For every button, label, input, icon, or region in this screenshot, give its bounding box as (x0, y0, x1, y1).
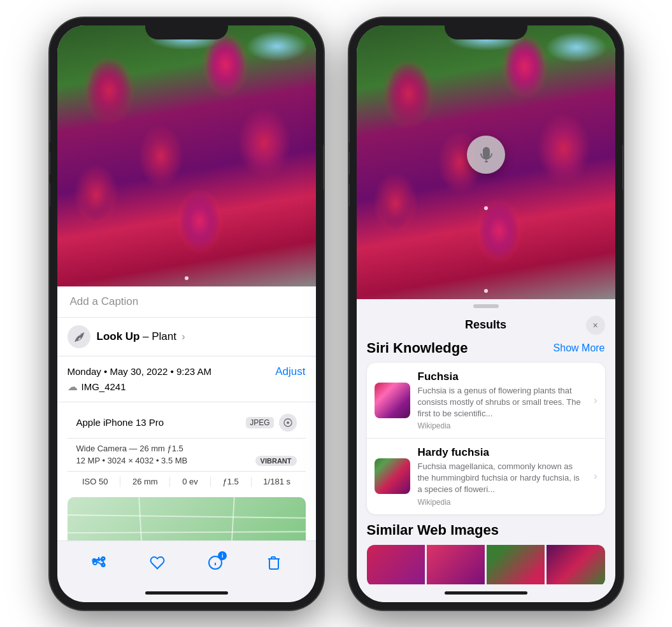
info-section: Look Up – Plant › Monday • May 30, 2022 … (57, 318, 316, 540)
left-phone: Add a Caption Look Up – Plant › (50, 18, 324, 610)
fuchsia-thumbnail (375, 383, 410, 418)
scroll-dot-right (484, 289, 488, 293)
caption-placeholder[interactable]: Add a Caption (70, 295, 139, 307)
adjust-button[interactable]: Adjust (275, 365, 305, 378)
flower-background (57, 25, 316, 286)
siri-knowledge-title: Siri Knowledge (367, 340, 468, 356)
meta-section: Monday • May 30, 2022 • 9:23 AM Adjust ☁… (57, 356, 316, 402)
hardy-source: Wikipedia (418, 498, 587, 507)
info-badge: i (218, 551, 227, 560)
fuchsia-desc: Fuchsia is a genus of flowering plants t… (418, 385, 587, 420)
hardy-thumbnail (375, 458, 410, 494)
svg-point-1 (287, 421, 289, 424)
fuchsia-info: Fuchsia Fuchsia is a genus of flowering … (418, 370, 587, 431)
cloud-icon: ☁ (68, 381, 78, 393)
results-header: Results × (357, 311, 615, 340)
svg-point-10 (102, 557, 105, 560)
siri-knowledge-header: Siri Knowledge Show More (367, 340, 605, 356)
svg-line-3 (68, 532, 306, 533)
results-title: Results (386, 318, 586, 332)
format-badge: JPEG (246, 417, 273, 428)
notch-right (445, 18, 527, 39)
info-button[interactable]: i (201, 549, 229, 577)
exif-focal: 26 mm (132, 477, 158, 486)
right-phone: Results × Siri Knowledge Show More (349, 18, 623, 610)
delete-button[interactable] (260, 549, 288, 577)
device-row: Apple iPhone 13 Pro JPEG (68, 407, 306, 439)
scroll-dot (185, 276, 189, 280)
exif-divider-4 (251, 477, 252, 487)
exif-divider-2 (169, 477, 170, 487)
home-bar-right (445, 591, 527, 595)
web-images-grid[interactable] (367, 545, 605, 584)
exif-divider (120, 477, 120, 487)
lookup-label: Look Up – Plant › (97, 330, 185, 343)
results-panel: Results × Siri Knowledge Show More (357, 299, 615, 584)
filename: IMG_4241 (82, 381, 126, 392)
home-bar (145, 591, 228, 595)
device-name: Apple iPhone 13 Pro (76, 417, 164, 428)
web-image-1[interactable] (367, 545, 425, 584)
show-more-button[interactable]: Show More (554, 342, 605, 354)
web-image-4[interactable] (547, 545, 604, 584)
results-handle[interactable] (473, 304, 499, 308)
web-images-title: Similar Web Images (367, 522, 605, 539)
notch (145, 18, 228, 39)
hardy-name: Hardy fuchsia (418, 446, 587, 459)
exif-aperture: ƒ1.5 (222, 477, 238, 486)
web-images-section: Similar Web Images (367, 522, 605, 584)
home-indicator (57, 584, 316, 602)
siri-button[interactable] (467, 136, 505, 174)
exif-divider-3 (210, 477, 211, 487)
map-preview[interactable] (68, 497, 306, 540)
svg-line-2 (68, 515, 306, 518)
camera-specs: Wide Camera — 26 mm ƒ1.5 12 MP • 3024 × … (68, 439, 306, 472)
filename-row: ☁ IMG_4241 (68, 381, 306, 393)
exif-row: ISO 50 26 mm 0 ev ƒ1.5 1/181 s (68, 472, 306, 492)
fuchsia-name: Fuchsia (418, 370, 587, 383)
left-screen: Add a Caption Look Up – Plant › (57, 25, 316, 602)
svg-point-11 (102, 563, 105, 567)
device-section: Apple iPhone 13 Pro JPEG Wide Camera — 2… (68, 407, 306, 492)
close-button[interactable]: × (586, 316, 605, 335)
photo-date: Monday • May 30, 2022 • 9:23 AM (68, 366, 211, 377)
toolbar: i (57, 540, 316, 584)
web-image-2[interactable] (427, 545, 485, 584)
svg-line-5 (231, 497, 234, 540)
location-icon (279, 414, 297, 432)
camera-line2: 12 MP • 3024 × 4032 • 3.5 MB (76, 456, 188, 465)
hardy-chevron-icon: › (594, 470, 597, 482)
caption-area[interactable]: Add a Caption (57, 286, 316, 318)
web-image-3[interactable] (487, 545, 545, 584)
siri-dot (484, 206, 488, 210)
right-screen: Results × Siri Knowledge Show More (357, 25, 615, 602)
fuchsia-chevron-icon: › (594, 395, 597, 406)
hardy-desc: Fuchsia magellanica, commonly known as t… (418, 461, 587, 496)
home-indicator-right (357, 584, 615, 602)
photo-view-right[interactable] (357, 25, 615, 299)
vibrant-badge: VIBRANT (255, 456, 297, 466)
format-badges: JPEG (246, 414, 296, 432)
photo-view[interactable] (57, 25, 316, 286)
lookup-chevron-icon: › (182, 331, 185, 342)
hardy-info: Hardy fuchsia Fuchsia magellanica, commo… (418, 446, 587, 507)
knowledge-card: Fuchsia Fuchsia is a genus of flowering … (367, 363, 605, 514)
exif-ev: 0 ev (182, 477, 198, 486)
favorite-button[interactable] (143, 549, 171, 577)
results-content: Siri Knowledge Show More Fuchsia Fuchsia… (357, 340, 615, 584)
camera-line1: Wide Camera — 26 mm ƒ1.5 (76, 444, 297, 453)
knowledge-item-hardy[interactable]: Hardy fuchsia Fuchsia magellanica, commo… (367, 439, 605, 514)
svg-line-4 (139, 497, 142, 540)
share-button[interactable] (85, 549, 113, 577)
knowledge-item-fuchsia[interactable]: Fuchsia Fuchsia is a genus of flowering … (367, 363, 605, 439)
fuchsia-source: Wikipedia (418, 421, 587, 430)
exif-shutter: 1/181 s (263, 477, 290, 486)
lookup-icon (68, 325, 90, 348)
lookup-row[interactable]: Look Up – Plant › (57, 318, 316, 356)
exif-iso: ISO 50 (82, 477, 108, 486)
